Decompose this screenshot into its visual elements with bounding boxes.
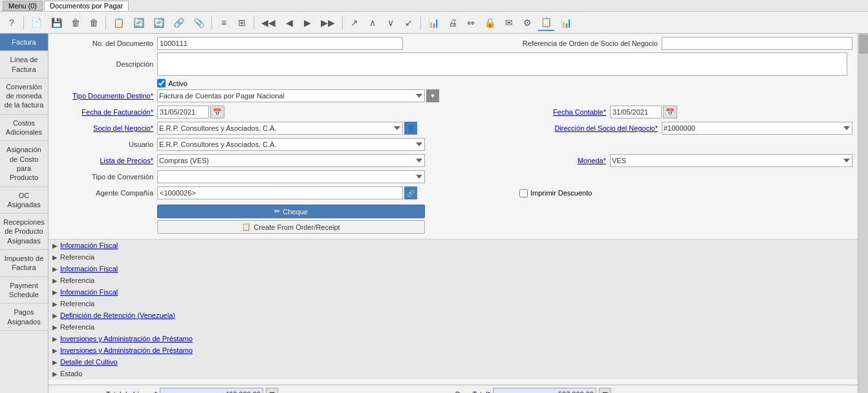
- moneda-select[interactable]: VES: [610, 154, 852, 167]
- nav-next[interactable]: ▶: [299, 14, 315, 31]
- section-title-def-retencion[interactable]: Definición de Retención (Venezuela): [60, 311, 175, 319]
- section-referencia-4[interactable]: ▶ Referencia: [49, 321, 858, 333]
- sidebar-item-recepciones[interactable]: Recepciones de Producto Asignadas: [0, 214, 48, 250]
- section-info-fiscal-1[interactable]: ▶ Información Fiscal: [49, 240, 858, 251]
- sep4: [254, 16, 254, 29]
- refresh-btn[interactable]: 🔄: [130, 14, 147, 31]
- section-referencia-2[interactable]: ▶ Referencia: [49, 275, 858, 286]
- nav-last[interactable]: ▶▶: [318, 14, 338, 31]
- section-referencia-3[interactable]: ▶ Referencia: [49, 298, 858, 309]
- lock-btn[interactable]: 🔒: [481, 14, 499, 31]
- help-btn[interactable]: ?: [4, 14, 19, 31]
- activo-checkbox[interactable]: [157, 79, 166, 87]
- descripcion-textarea[interactable]: [157, 52, 847, 76]
- section-title-info-fiscal-3[interactable]: Información Fiscal: [60, 288, 118, 296]
- no-documento-input[interactable]: [157, 37, 403, 50]
- scrollbar-thumb[interactable]: [859, 34, 868, 54]
- attach-btn[interactable]: 📎: [190, 14, 208, 31]
- link-btn[interactable]: 🔗: [170, 14, 188, 31]
- section-title-detalle-cultivo[interactable]: Detalle del Cultivo: [60, 358, 118, 366]
- section-estado[interactable]: ▶ Estado: [49, 368, 858, 379]
- fecha-contable-group: 📅: [610, 106, 677, 118]
- exchange-btn[interactable]: ⇔: [463, 14, 479, 31]
- fecha-facturacion-cal[interactable]: 📅: [210, 106, 224, 118]
- refresh2-btn[interactable]: 🔄: [150, 14, 168, 31]
- agente-compania-input[interactable]: [157, 186, 403, 199]
- section-detalle-cultivo[interactable]: ▶ Detalle del Cultivo: [49, 356, 858, 368]
- undo-btn[interactable]: 🗑: [86, 14, 102, 31]
- section-inversiones-1[interactable]: ▶ Inversiones y Administración de Présta…: [49, 333, 858, 344]
- export-btn[interactable]: ↗: [347, 14, 362, 31]
- row-tipo-conversion: Tipo de Conversión: [54, 170, 852, 184]
- socio-negocio-select[interactable]: E.R.P. Consultores y Asociados, C.A.: [157, 122, 403, 135]
- sep1: [23, 16, 24, 29]
- sidebar-item-impuesto[interactable]: Impuesto de Factura: [0, 250, 48, 277]
- section-title-info-fiscal-2[interactable]: Información Fiscal: [60, 265, 118, 273]
- import-btn[interactable]: ↙: [401, 14, 417, 31]
- socio-negocio-icon-btn[interactable]: 👤: [404, 122, 417, 135]
- tipo-doc-icon: ▼: [426, 89, 439, 102]
- imprimir-descuento-checkbox[interactable]: [519, 189, 528, 197]
- fecha-facturacion-input[interactable]: [157, 106, 209, 118]
- activo-label: Activo: [168, 80, 188, 87]
- sidebar-item-factura[interactable]: Factura: [0, 34, 48, 51]
- tab-documentos[interactable]: Documentos por Pagar: [44, 1, 129, 11]
- section-title-referencia-3: Referencia: [60, 300, 94, 308]
- section-title-inversiones-2[interactable]: Inversiones y Administración de Préstamo: [60, 346, 193, 354]
- fecha-contable-label[interactable]: Fecha Contable*: [494, 108, 610, 116]
- scrollbar[interactable]: [858, 34, 868, 393]
- cheque-btn[interactable]: ✏ Cheque: [157, 205, 425, 218]
- sidebar-item-pagos[interactable]: Pagos Asignados: [0, 304, 48, 331]
- lista-precios-label[interactable]: Lista de Precios*: [54, 157, 157, 164]
- print-btn[interactable]: 🖨: [445, 14, 461, 31]
- mail-btn[interactable]: ✉: [501, 14, 517, 31]
- tipo-doc-destino-select[interactable]: Factura de Cuentas por Pagar Nacional: [157, 89, 425, 102]
- section-info-fiscal-3[interactable]: ▶ Información Fiscal: [49, 286, 858, 298]
- save-btn[interactable]: 💾: [48, 14, 65, 31]
- sidebar-item-linea-factura[interactable]: Línea de Factura: [0, 51, 48, 78]
- section-title-inversiones-1[interactable]: Inversiones y Administración de Préstamo: [60, 335, 193, 342]
- referencia-input[interactable]: [662, 37, 852, 50]
- grid-btn[interactable]: ⊞: [234, 14, 250, 31]
- sidebar-item-conversion[interactable]: Conversión de moneda de la factura: [0, 78, 48, 115]
- sidebar-item-asignacion[interactable]: Asignación de Costo para Producto: [0, 141, 48, 186]
- nav-prev[interactable]: ◀: [281, 14, 297, 31]
- section-info-fiscal-2[interactable]: ▶ Información Fiscal: [49, 263, 858, 275]
- sidebar-item-oc[interactable]: OC Asignadas: [0, 187, 48, 214]
- tipo-doc-destino-label[interactable]: Tipo Documento Destino*: [54, 92, 157, 100]
- tipo-conversion-select[interactable]: [157, 170, 425, 183]
- sidebar-item-payment-schedule[interactable]: Payment Schedule: [0, 277, 48, 304]
- usuario-select[interactable]: E.R.P. Consultores y Asociados, C.A.: [157, 138, 425, 151]
- delete-btn[interactable]: 🗑: [68, 14, 83, 31]
- fecha-facturacion-label[interactable]: Fecha de Facturación*: [54, 108, 157, 116]
- socio-negocio-label[interactable]: Socio del Negocio*: [54, 124, 157, 132]
- cheque-icon: ✏: [274, 207, 280, 216]
- list-btn[interactable]: ≡: [216, 14, 232, 31]
- create-order-btn[interactable]: 📋 Create From Order/Receipt: [157, 220, 425, 234]
- section-def-retencion[interactable]: ▶ Definición de Retención (Venezuela): [49, 309, 858, 321]
- gran-total-expand[interactable]: ⊞: [599, 388, 611, 393]
- total-lineas-expand[interactable]: ⊞: [266, 388, 278, 393]
- new-btn[interactable]: 📄: [28, 14, 45, 31]
- activo-row: Activo: [54, 78, 852, 89]
- agente-compania-icon-btn[interactable]: 🔗: [404, 186, 417, 199]
- lista-precios-select[interactable]: Compras (VES): [157, 154, 425, 167]
- down-btn[interactable]: ∨: [383, 14, 398, 31]
- chart-btn[interactable]: 📊: [425, 14, 442, 31]
- section-inversiones-2[interactable]: ▶ Inversiones y Administración de Présta…: [49, 344, 858, 356]
- copy-btn[interactable]: 📋: [110, 14, 127, 31]
- sidebar-item-costos[interactable]: Costos Adicionales: [0, 115, 48, 142]
- direccion-socio-select[interactable]: #1000000: [662, 122, 852, 135]
- fecha-contable-input[interactable]: [610, 106, 662, 118]
- settings-btn[interactable]: ⚙: [519, 14, 535, 31]
- direccion-socio-label[interactable]: Dirección del Socio del Negocio*: [494, 124, 662, 132]
- data-btn[interactable]: 📊: [558, 14, 575, 31]
- tab-menu[interactable]: Menu (0): [3, 1, 43, 11]
- report-btn[interactable]: 📋: [537, 14, 555, 31]
- up-btn[interactable]: ∧: [365, 14, 380, 31]
- fecha-contable-cal[interactable]: 📅: [663, 106, 677, 118]
- moneda-label[interactable]: Moneda*: [494, 157, 610, 164]
- section-title-info-fiscal-1[interactable]: Información Fiscal: [60, 241, 118, 249]
- section-referencia-1[interactable]: ▶ Referencia: [49, 251, 858, 263]
- nav-first[interactable]: ◀◀: [258, 14, 279, 31]
